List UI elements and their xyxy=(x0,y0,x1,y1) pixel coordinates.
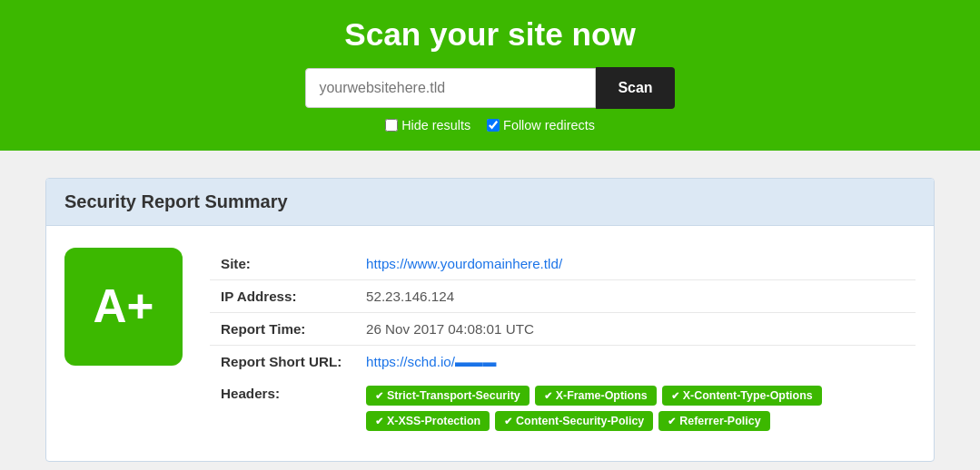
detail-row: IP Address:52.23.146.124 xyxy=(210,280,916,313)
headers-row: Headers: ✔ Strict-Transport-Security✔ X-… xyxy=(210,377,916,439)
details-table: Site:https://www.yourdomainhere.tld/IP A… xyxy=(210,248,916,439)
check-icon: ✔ xyxy=(504,416,512,427)
report-header: Security Report Summary xyxy=(46,179,934,226)
detail-value: 26 Nov 2017 04:08:01 UTC xyxy=(355,313,916,346)
detail-value[interactable]: https://schd.io/▬▬▬ xyxy=(355,346,916,378)
hide-results-label: Hide results xyxy=(401,118,470,132)
hide-results-option[interactable]: Hide results xyxy=(385,118,470,132)
detail-label: Report Time: xyxy=(210,313,355,346)
hide-results-checkbox[interactable] xyxy=(385,119,398,132)
detail-link[interactable]: https://schd.io/▬▬▬ xyxy=(366,354,497,369)
header-badge: ✔ X-Frame-Options xyxy=(535,386,657,406)
scan-button[interactable]: Scan xyxy=(596,67,674,109)
check-icon: ✔ xyxy=(668,416,676,427)
check-icon: ✔ xyxy=(375,390,383,402)
report-body: A+ Site:https://www.yourdomainhere.tld/I… xyxy=(46,226,934,461)
header-badge: ✔ X-XSS-Protection xyxy=(366,411,490,431)
page-title: Scan your site now xyxy=(0,16,980,53)
detail-label: Report Short URL: xyxy=(210,346,355,378)
check-icon: ✔ xyxy=(544,390,552,402)
header-badge: ✔ Strict-Transport-Security xyxy=(366,386,530,406)
check-icon: ✔ xyxy=(375,416,383,427)
header-badge: ✔ X-Content-Type-Options xyxy=(662,386,822,406)
detail-row: Site:https://www.yourdomainhere.tld/ xyxy=(210,248,916,280)
search-bar: Scan xyxy=(305,67,674,109)
headers-label: Headers: xyxy=(210,377,355,439)
url-input[interactable] xyxy=(305,68,596,108)
header-badge: ✔ Content-Security-Policy xyxy=(495,411,653,431)
main-content: Security Report Summary A+ Site:https://… xyxy=(0,151,980,470)
follow-redirects-checkbox[interactable] xyxy=(487,119,500,132)
header-badge: ✔ Referrer-Policy xyxy=(658,411,769,431)
options-row: Hide results Follow redirects xyxy=(0,118,980,132)
header-section: Scan your site now Scan Hide results Fol… xyxy=(0,0,980,151)
follow-redirects-label: Follow redirects xyxy=(503,118,595,132)
grade-badge: A+ xyxy=(64,248,183,366)
detail-label: Site: xyxy=(210,248,355,280)
detail-link[interactable]: https://www.yourdomainhere.tld/ xyxy=(366,256,562,271)
detail-label: IP Address: xyxy=(210,280,355,313)
detail-value: 52.23.146.124 xyxy=(355,280,916,313)
detail-row: Report Time:26 Nov 2017 04:08:01 UTC xyxy=(210,313,916,346)
detail-value[interactable]: https://www.yourdomainhere.tld/ xyxy=(355,248,916,280)
detail-row: Report Short URL:https://schd.io/▬▬▬ xyxy=(210,346,916,378)
follow-redirects-option[interactable]: Follow redirects xyxy=(487,118,595,132)
report-card: Security Report Summary A+ Site:https://… xyxy=(45,178,935,462)
grade-text: A+ xyxy=(94,283,154,329)
check-icon: ✔ xyxy=(671,390,679,402)
headers-cell: ✔ Strict-Transport-Security✔ X-Frame-Opt… xyxy=(355,377,916,439)
